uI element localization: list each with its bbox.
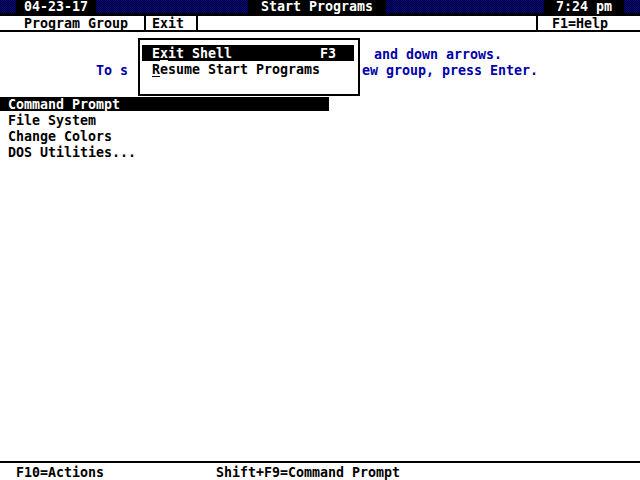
date-display: 04-23-17 (16, 0, 96, 14)
menu-separator-left (144, 16, 146, 31)
menu-bar-divider (0, 30, 640, 32)
list-item-command-prompt[interactable]: Command Prompt (8, 98, 120, 112)
menu-group-accel: G (88, 16, 96, 31)
status-bar-divider (0, 461, 640, 463)
help-key-hint: F1=Help (552, 17, 608, 31)
exit-shell-accel: x (160, 46, 168, 61)
exit-shell-pre: E (152, 46, 160, 61)
clock-display: 7:24 pm (544, 0, 624, 14)
menu-separator-right (196, 16, 198, 31)
exit-menu-item-exit-shell[interactable]: Exit Shell (152, 47, 232, 61)
screen-title: Start Programs (248, 0, 386, 14)
exit-shell-label: it Shell (168, 46, 232, 61)
actions-key-hint: F10=Actions (16, 466, 104, 480)
menu-exit-accel: x (160, 16, 168, 31)
instruction-line1-fragment: and down arrows. (374, 48, 502, 62)
menu-program-label: rogram (32, 16, 80, 31)
menu-exit-label: it (168, 16, 184, 31)
menu-group-label: roup (96, 16, 128, 31)
menu-exit-pre: E (152, 16, 160, 31)
menu-program[interactable]: Program (24, 17, 80, 31)
menu-program-accel: P (24, 16, 32, 31)
dos-shell-screen: { "title_bar": { "date": "04-23-17", "ti… (0, 0, 640, 480)
resume-accel: R (152, 62, 160, 77)
resume-label: esume Start Programs (160, 62, 320, 77)
command-prompt-key-hint: Shift+F9=Command Prompt (216, 466, 400, 480)
list-item-change-colors[interactable]: Change Colors (8, 130, 112, 144)
list-item-dos-utilities[interactable]: DOS Utilities... (8, 146, 136, 160)
instruction-line2-right-fragment: ew group, press Enter. (362, 64, 538, 78)
exit-menu-item-resume[interactable]: Resume Start Programs (152, 63, 320, 77)
instruction-line2-left-fragment: To s (96, 64, 128, 78)
menu-separator-help (536, 16, 538, 31)
menu-group[interactable]: Group (88, 17, 128, 31)
list-item-file-system[interactable]: File System (8, 114, 96, 128)
exit-shell-shortcut: F3 (320, 47, 336, 61)
menu-exit[interactable]: Exit (152, 17, 184, 31)
